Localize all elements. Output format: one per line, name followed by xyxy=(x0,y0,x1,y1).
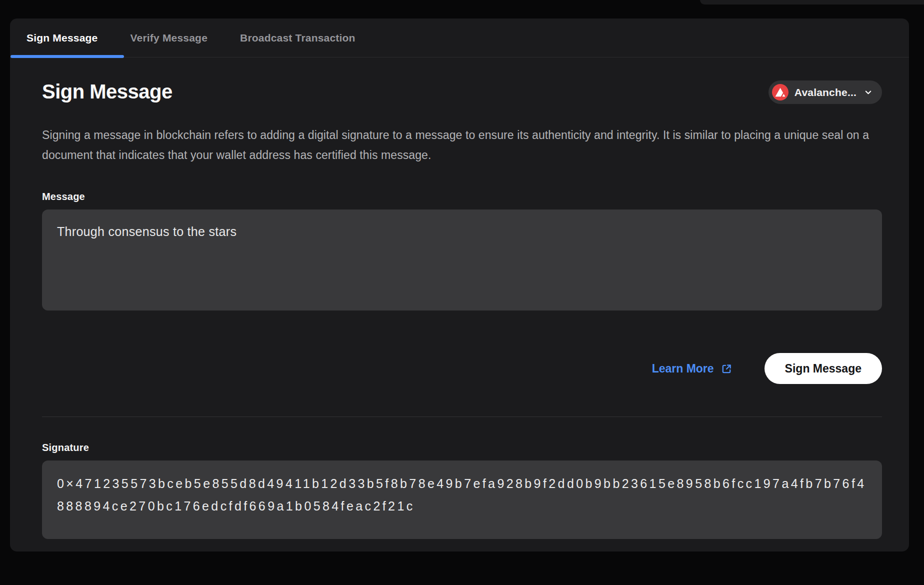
tab-verify-message[interactable]: Verify Message xyxy=(130,32,208,44)
header-row: Sign Message Avalanche... xyxy=(42,80,882,104)
tab-broadcast-transaction[interactable]: Broadcast Transaction xyxy=(240,32,356,44)
sign-message-button[interactable]: Sign Message xyxy=(764,353,882,384)
network-selector[interactable]: Avalanche... xyxy=(768,80,882,104)
signature-output: 0×471235573bceb5e855d8d49411b12d33b5f8b7… xyxy=(42,460,882,539)
tab-sign-message[interactable]: Sign Message xyxy=(26,32,98,44)
network-name: Avalanche... xyxy=(794,86,856,98)
learn-more-link[interactable]: Learn More xyxy=(652,362,732,376)
message-input[interactable]: Through consensus to the stars xyxy=(42,210,882,310)
card-content: Sign Message Avalanche... Signing a mess… xyxy=(10,80,909,539)
tab-bar: Sign Message Verify Message Broadcast Tr… xyxy=(10,18,909,58)
message-label: Message xyxy=(42,191,882,202)
section-divider xyxy=(42,416,882,417)
page-title: Sign Message xyxy=(42,80,172,104)
avalanche-logo-icon xyxy=(772,84,788,100)
actions-row: Learn More Sign Message xyxy=(42,353,882,384)
sign-message-card: Sign Message Verify Message Broadcast Tr… xyxy=(10,18,909,552)
top-edge-panel xyxy=(700,0,924,4)
description-text: Signing a message in blockchain refers t… xyxy=(42,125,878,165)
learn-more-label: Learn More xyxy=(652,362,714,376)
signature-label: Signature xyxy=(42,442,882,454)
chevron-down-icon xyxy=(864,88,873,97)
active-tab-indicator xyxy=(10,55,124,58)
external-link-icon xyxy=(721,363,732,374)
